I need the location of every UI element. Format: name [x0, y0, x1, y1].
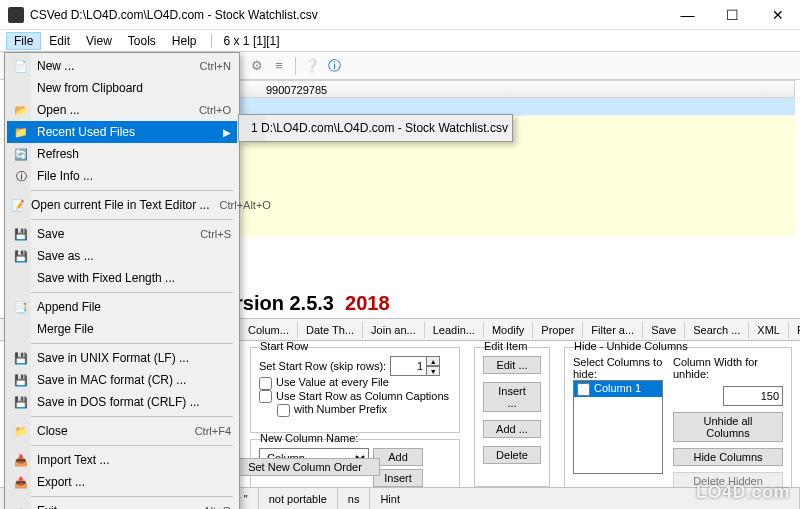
menu-export[interactable]: 📤Export ... [7, 471, 237, 493]
tab-modify[interactable]: Modify [484, 322, 533, 338]
menu-import-text[interactable]: 📥Import Text ... [7, 449, 237, 471]
menu-bar: File Edit View Tools Help 6 x 1 [1][1] [0, 30, 800, 52]
tab-filter[interactable]: Filter a... [583, 322, 643, 338]
column-width-input[interactable] [723, 386, 783, 406]
tab-start-columns[interactable]: Colum... [240, 322, 298, 338]
insert-button[interactable]: Insert ... [483, 382, 541, 412]
menu-extra-info: 6 x 1 [1][1] [218, 32, 286, 50]
save-icon: 💾 [11, 226, 31, 242]
menu-file-info[interactable]: ⓘFile Info ... [7, 165, 237, 187]
menu-divider [11, 445, 233, 446]
menu-exit[interactable]: ⏏ExitAlt+Q [7, 500, 237, 509]
select-columns-label: Select Columns to hide: [573, 356, 663, 380]
tab-xml[interactable]: XML [749, 322, 789, 338]
tab-leading[interactable]: Leadin... [425, 322, 484, 338]
tab-join[interactable]: Join an... [363, 322, 425, 338]
menu-tools[interactable]: Tools [120, 32, 164, 50]
refresh-icon: 🔄 [11, 146, 31, 162]
text-file-icon: 📝 [11, 197, 25, 213]
add-button[interactable]: Add ... [483, 420, 541, 438]
edit-button[interactable]: Edit ... [483, 356, 541, 374]
menu-save-as[interactable]: 💾Save as ... [7, 245, 237, 267]
maximize-button[interactable]: ☐ [710, 0, 755, 29]
menu-merge-file[interactable]: Merge File [7, 318, 237, 340]
menu-divider [11, 219, 233, 220]
menu-divider [11, 190, 233, 191]
use-value-checkbox[interactable] [259, 377, 272, 390]
tab-search[interactable]: Search ... [685, 322, 749, 338]
menu-edit[interactable]: Edit [41, 32, 78, 50]
set-start-row-label: Set Start Row (skip rows): [259, 360, 386, 372]
toolbar-info-icon[interactable]: ⓘ [325, 57, 343, 75]
import-icon: 📥 [11, 452, 31, 468]
tab-proper[interactable]: Proper [533, 322, 583, 338]
menu-divider [11, 496, 233, 497]
insert-column-button[interactable]: Insert [373, 469, 423, 487]
folder-icon: 📁 [11, 124, 31, 140]
save-icon: 💾 [11, 372, 31, 388]
close-button[interactable]: ✕ [755, 0, 800, 29]
column-checkbox[interactable] [577, 383, 590, 396]
menu-divider [11, 292, 233, 293]
menu-new-clipboard[interactable]: New from Clipboard [7, 77, 237, 99]
recent-file-item[interactable]: 1 D:\LO4D.com\LO4D.com - Stock Watchlist… [241, 117, 510, 139]
window-title: CSVed D:\LO4D.com\LO4D.com - Stock Watch… [30, 8, 665, 22]
set-new-column-order-button[interactable]: Set New Column Order [230, 458, 380, 476]
list-item[interactable]: Column 1 [574, 381, 662, 397]
menu-save-fixed[interactable]: Save with Fixed Length ... [7, 267, 237, 289]
menu-divider [11, 343, 233, 344]
with-prefix-checkbox-label[interactable]: with Number Prefix [259, 403, 451, 417]
menu-save-mac[interactable]: 💾Save in MAC format (CR) ... [7, 369, 237, 391]
menu-open-text-editor[interactable]: 📝Open current File in Text Editor ...Ctr… [7, 194, 237, 216]
menu-view[interactable]: View [78, 32, 120, 50]
append-icon: 📑 [11, 299, 31, 315]
menu-help[interactable]: Help [164, 32, 205, 50]
recent-files-submenu: 1 D:\LO4D.com\LO4D.com - Stock Watchlist… [238, 114, 513, 142]
tab-save[interactable]: Save [643, 322, 685, 338]
save-as-icon: 💾 [11, 248, 31, 264]
folder-icon: 📁 [11, 423, 31, 439]
hide-unhide-group: Hide - Unhide Columns Select Columns to … [564, 347, 792, 497]
menu-append-file[interactable]: 📑Append File [7, 296, 237, 318]
edit-item-legend: Edit Item [481, 340, 530, 352]
export-icon: 📤 [11, 474, 31, 490]
delete-button[interactable]: Delete [483, 446, 541, 464]
toolbar-gear-icon[interactable]: ⚙ [248, 57, 266, 75]
exit-icon: ⏏ [11, 503, 31, 509]
columns-listbox[interactable]: Column 1 [573, 380, 663, 474]
info-icon: ⓘ [11, 168, 31, 184]
tab-fixed[interactable]: Fixed L... [789, 322, 800, 338]
edit-item-group: Edit Item Edit ... Insert ... Add ... De… [474, 347, 550, 487]
menu-new[interactable]: 📄New ...Ctrl+N [7, 55, 237, 77]
hide-columns-button[interactable]: Hide Columns [673, 448, 783, 466]
menu-open[interactable]: 📂Open ...Ctrl+O [7, 99, 237, 121]
spin-up-icon[interactable]: ▲ [426, 356, 440, 366]
start-row-spinner[interactable]: ▲▼ [390, 356, 440, 376]
save-icon: 💾 [11, 350, 31, 366]
new-column-legend: New Column Name: [257, 432, 361, 444]
menu-save[interactable]: 💾SaveCtrl+S [7, 223, 237, 245]
use-caption-checkbox[interactable] [259, 390, 272, 403]
with-prefix-checkbox[interactable] [277, 404, 290, 417]
start-row-input[interactable] [390, 356, 426, 376]
menu-divider [11, 416, 233, 417]
toolbar-help-icon[interactable]: ❔ [303, 57, 321, 75]
menu-save-unix[interactable]: 💾Save in UNIX Format (LF) ... [7, 347, 237, 369]
start-row-legend: Start Row [257, 340, 311, 352]
minimize-button[interactable]: — [665, 0, 710, 29]
menu-refresh[interactable]: 🔄Refresh [7, 143, 237, 165]
menu-recent-files[interactable]: 📁Recent Used Files▶ [7, 121, 237, 143]
unhide-all-button[interactable]: Unhide all Columns [673, 412, 783, 442]
menu-file[interactable]: File [6, 32, 41, 50]
file-menu-dropdown: 📄New ...Ctrl+N New from Clipboard 📂Open … [4, 52, 240, 509]
use-value-checkbox-label[interactable]: Use Value at every File [259, 376, 451, 390]
tab-date[interactable]: Date Th... [298, 322, 363, 338]
add-column-button[interactable]: Add [373, 448, 423, 466]
toolbar-db-icon[interactable]: ≡ [270, 57, 288, 75]
menu-save-dos[interactable]: 💾Save in DOS format (CRLF) ... [7, 391, 237, 413]
menu-separator [211, 34, 212, 48]
use-caption-checkbox-label[interactable]: Use Start Row as Column Captions [259, 390, 451, 404]
save-icon: 💾 [11, 394, 31, 410]
menu-close[interactable]: 📁CloseCtrl+F4 [7, 420, 237, 442]
spin-down-icon[interactable]: ▼ [426, 366, 440, 376]
